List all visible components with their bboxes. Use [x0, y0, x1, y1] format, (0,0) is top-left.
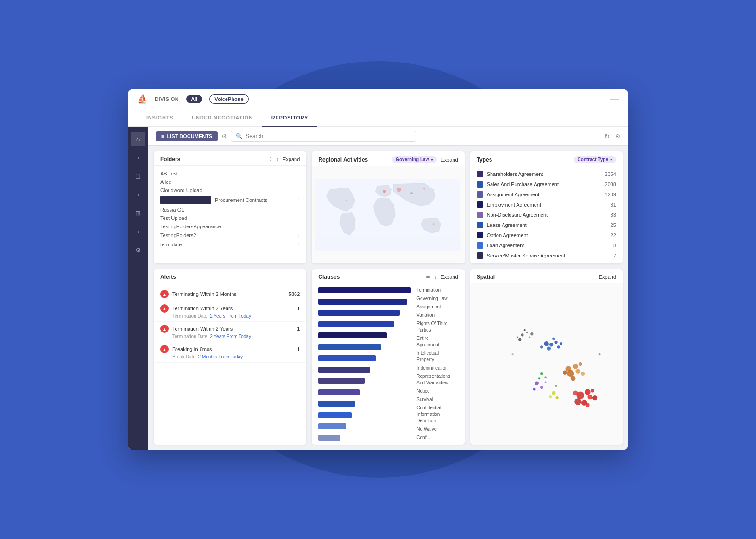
sort-icon-1[interactable]: ≑ [268, 156, 272, 163]
alert-item[interactable]: ▲ Terminating Within 2 Months 5862 [154, 287, 306, 301]
tab-repository[interactable]: REPOSITORY [262, 109, 318, 127]
badge-voicephone[interactable]: VoicePhone [209, 94, 248, 104]
search-icon: 🔍 [236, 133, 243, 139]
svg-point-50 [598, 353, 600, 355]
tab-under-negotiation[interactable]: UNDER NEGOTIATION [183, 109, 262, 127]
folder-item[interactable]: TestingFoldersAppearance [154, 222, 306, 231]
svg-point-18 [552, 338, 555, 340]
sidebar-item-home[interactable]: ⌂ [131, 132, 145, 146]
type-item[interactable]: Employment Agreement 81 [470, 200, 623, 210]
alert-icon: ▲ [160, 345, 169, 353]
clause-bar [318, 355, 376, 361]
search-input[interactable] [246, 133, 315, 139]
sidebar-item-bell[interactable]: ◻ [131, 169, 145, 183]
folder-plus-icon[interactable]: + [296, 197, 300, 203]
folders-expand-button[interactable]: Expand [283, 157, 300, 162]
tabs-bar: INSIGHTS UNDER NEGOTIATION REPOSITORY [128, 109, 628, 127]
clause-bar [318, 401, 355, 407]
type-color [477, 191, 483, 198]
svg-point-35 [573, 390, 578, 395]
spatial-expand-button[interactable]: Expand [599, 274, 616, 280]
alert-link[interactable]: 2 Years From Today [210, 334, 251, 339]
alert-item[interactable]: ▲ Termination Within 2 Years 1 Terminati… [154, 301, 306, 322]
gear-icon[interactable]: ⚙ [221, 133, 227, 140]
clause-label: Survival [416, 396, 450, 403]
folder-name: Procurement Contracts [215, 197, 267, 203]
type-item[interactable]: Sales And Purchase Agreement 2088 [470, 179, 623, 189]
type-item[interactable]: Service/Master Service Agreement 7 [470, 251, 623, 261]
folder-item[interactable]: term date + [154, 240, 306, 249]
type-item[interactable]: Lease Agreement 25 [470, 220, 623, 230]
spatial-title: Spatial [477, 274, 599, 280]
sidebar: ⌂ › ◻ › ⊞ › ⚙ [128, 127, 148, 450]
contract-type-filter[interactable]: Contract Type ▾ [574, 156, 617, 163]
clause-bar [318, 287, 411, 293]
clause-bar [318, 389, 360, 395]
alert-item[interactable]: ▲ Breaking In 6mos 1 Break Date: 2 Month… [154, 342, 306, 363]
clause-bar [318, 378, 365, 384]
panels-grid: Folders ≑ ↕ Expand AB Test Alice [148, 146, 628, 450]
svg-point-24 [567, 370, 574, 377]
scroll-indicator[interactable] [457, 291, 457, 437]
type-item[interactable]: Option Agreement 22 [470, 230, 623, 240]
svg-point-46 [540, 372, 543, 375]
sidebar-item-grid[interactable]: ⊞ [131, 206, 145, 220]
tab-insights[interactable]: INSIGHTS [137, 109, 183, 127]
clause-bar [318, 310, 400, 316]
folder-plus-icon[interactable]: + [296, 232, 300, 238]
regional-expand-button[interactable]: Expand [441, 157, 458, 163]
folder-item-procurement[interactable]: Procurement Contracts + [154, 194, 306, 206]
alert-link[interactable]: 2 Years From Today [210, 313, 251, 319]
folder-item[interactable]: Alice [154, 178, 306, 186]
top-bar: ⛵ DIVISION All VoicePhone — [128, 89, 628, 109]
sort-icon-4[interactable]: ↕ [434, 274, 437, 280]
governing-law-filter[interactable]: Governing Law ▾ [392, 156, 437, 163]
refresh-icon[interactable]: ↻ [605, 133, 610, 140]
folder-item[interactable]: Test Upload [154, 214, 306, 222]
type-item[interactable]: Loan Agreement 8 [470, 240, 623, 251]
alert-link[interactable]: 2 Months From Today [198, 354, 243, 359]
type-item[interactable]: Assignment Agreement 1209 [470, 189, 623, 200]
alert-row: ▲ Termination Within 2 Years 1 [160, 325, 300, 333]
svg-point-32 [574, 398, 581, 405]
svg-point-41 [533, 388, 536, 390]
clause-bar [318, 332, 387, 338]
svg-point-6 [433, 223, 435, 225]
type-color [477, 242, 483, 249]
folder-plus-icon[interactable]: + [296, 241, 300, 248]
clause-bar [318, 412, 352, 418]
folder-item[interactable]: Cloudword Upload [154, 186, 306, 194]
type-color [477, 171, 483, 177]
sidebar-item-chevron1[interactable]: › [131, 150, 145, 165]
clause-label: Conf... [416, 434, 450, 441]
svg-point-45 [549, 395, 552, 398]
map-container [312, 166, 464, 263]
chevron-down-icon: ▾ [431, 157, 433, 162]
sort-icon-3[interactable]: ≑ [426, 274, 430, 280]
settings-icon[interactable]: ⚙ [615, 133, 621, 140]
list-documents-button[interactable]: ≡ LIST DOCUMENTS [156, 131, 218, 141]
folder-item[interactable]: AB Test [154, 169, 306, 178]
types-actions: Contract Type ▾ [574, 156, 617, 163]
alert-item[interactable]: ▲ Termination Within 2 Years 1 Terminati… [154, 322, 306, 342]
type-item[interactable]: Shareholders Agreement 2354 [470, 169, 623, 179]
sidebar-item-chevron2[interactable]: › [131, 187, 145, 202]
close-icon[interactable]: — [610, 94, 619, 104]
clauses-labels: Termination Governing Law Assignment Var… [416, 287, 450, 441]
badge-all[interactable]: All [186, 95, 202, 103]
sidebar-item-chevron3[interactable]: › [131, 224, 145, 239]
folder-item[interactable]: Russia GL [154, 206, 306, 214]
type-item[interactable]: Non-Disclosure Agreement 33 [470, 210, 623, 220]
sidebar-item-settings[interactable]: ⚙ [131, 243, 145, 257]
folder-item[interactable]: TestingFolders2 + [154, 231, 306, 240]
clauses-expand-button[interactable]: Expand [441, 274, 458, 280]
clause-bar [318, 344, 381, 350]
clause-bar [318, 321, 394, 327]
svg-point-48 [538, 377, 540, 379]
svg-point-39 [535, 382, 538, 385]
alert-icon: ▲ [160, 304, 169, 313]
sort-icon-2[interactable]: ↕ [276, 156, 279, 163]
alert-subtitle: Termination Date: 2 Years From Today [160, 313, 300, 319]
type-color [477, 222, 483, 228]
svg-point-13 [530, 332, 533, 335]
